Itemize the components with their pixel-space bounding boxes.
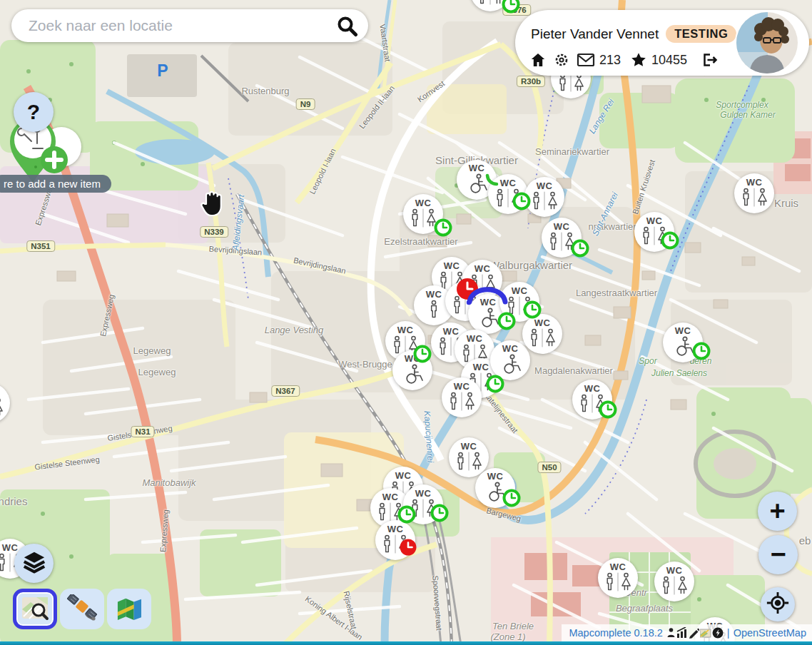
toilet-pictogram-icon (546, 232, 577, 254)
toilet-marker-label: WC (534, 318, 551, 327)
toilet-pictogram-icon (453, 452, 484, 474)
edit-pencil-icon (689, 627, 699, 639)
road-shield: R30b (517, 76, 545, 87)
toilet-marker-mw[interactable]: WC (654, 562, 694, 601)
toilet-marker-label: WC (474, 264, 491, 273)
road-shield: N367 (271, 385, 300, 397)
road-shield: N50 (537, 462, 561, 473)
toilet-marker-label: WC (415, 489, 432, 498)
toilet-marker-label: WC (444, 261, 460, 270)
toilet-pictogram-icon (739, 188, 770, 210)
layers-button[interactable] (14, 544, 54, 583)
toilet-marker-wh[interactable]: WC (490, 340, 530, 380)
background-option-map[interactable] (107, 589, 151, 629)
toilet-marker-mw[interactable]: WC (403, 484, 443, 524)
toilet-marker-label: WC (457, 285, 474, 295)
wheelchair-pictogram-icon (465, 173, 489, 196)
toilet-pictogram-icon (555, 73, 587, 95)
osm-map-icon (21, 595, 49, 624)
toilet-marker-mw[interactable]: WC (634, 212, 674, 252)
wheelchair-pictogram-icon (671, 336, 695, 359)
toilet-marker-mw[interactable]: WC (522, 314, 562, 354)
toilet-marker-wh[interactable]: WC (392, 350, 432, 390)
changesets-count[interactable]: 10455 (651, 53, 687, 68)
toilet-marker-label: WC (610, 562, 626, 572)
logout-icon[interactable] (699, 51, 718, 68)
toilet-marker-label: WC (500, 178, 517, 188)
toilet-marker-label: WC (554, 222, 570, 231)
theme-color-bar (0, 641, 812, 645)
toilet-pictogram-icon (527, 328, 558, 350)
toilet-marker-mw[interactable]: WC (488, 174, 528, 214)
mapcomplete-app: Brugge-Sint-PietersRustenburgSint-Gillis… (0, 0, 812, 645)
toilet-pictogram-icon (428, 300, 440, 322)
toilet-marker-mw[interactable]: WC (442, 377, 482, 417)
zoom-out-label: − (770, 539, 786, 570)
toilet-marker-mw[interactable]: WC (403, 194, 443, 234)
toilet-marker-wh[interactable]: WC (663, 322, 703, 362)
toilet-marker-label: WC (382, 492, 399, 502)
layers-icon (20, 550, 49, 577)
toilet-marker-label: WC (746, 178, 763, 187)
messages-icon[interactable] (577, 52, 595, 68)
toilet-pictogram-icon (0, 397, 6, 420)
toilet-pictogram-icon (474, 0, 506, 8)
toilet-marker-mw[interactable]: WC (542, 218, 582, 258)
background-option-satellite[interactable] (60, 589, 104, 629)
toilet-marker-label: WC (473, 362, 489, 372)
toilet-pictogram-icon (504, 296, 535, 318)
home-icon[interactable] (529, 51, 547, 68)
toilet-pictogram-icon (407, 208, 439, 230)
toilet-marker-label: WC (646, 216, 663, 225)
toilet-marker-label: WC (454, 382, 470, 391)
road-shield: N351 (26, 240, 55, 252)
testing-badge: TESTING (666, 25, 736, 43)
background-option-osm[interactable] (13, 589, 57, 629)
help-button[interactable]: ? (14, 92, 54, 132)
toilet-marker-label: WC (405, 354, 421, 363)
toilet-marker-label: WC (461, 442, 477, 451)
toilet-pictogram-icon (380, 534, 411, 557)
mapcomplete-version-link[interactable]: Mapcomplete 0.18.2 (569, 627, 662, 639)
road-shield: N376 (502, 4, 531, 16)
avatar[interactable] (736, 12, 798, 73)
road-shield: N339 (200, 226, 228, 238)
messages-count[interactable]: 213 (599, 53, 621, 68)
toilet-marker-mw[interactable]: WC (375, 520, 415, 560)
geolocate-button[interactable] (761, 587, 795, 621)
toilet-marker-mw[interactable]: WC (598, 558, 638, 598)
toilet-marker-label: WC (512, 286, 528, 295)
toilet-pictogram-icon (577, 394, 608, 416)
zoom-out-button[interactable]: − (758, 535, 798, 574)
road-shield: N31 (131, 426, 154, 437)
gear-icon[interactable] (553, 51, 570, 68)
toilet-marker-label: WC (443, 327, 460, 336)
toilet-marker-label: WC (467, 334, 483, 343)
license-icon (712, 627, 724, 639)
help-button-label: ? (27, 100, 40, 124)
toilet-marker-label: WC (415, 198, 432, 208)
toilet-marker-mw[interactable]: WC (524, 177, 564, 217)
background-style-bar (13, 589, 151, 629)
wheelchair-pictogram-icon (476, 308, 500, 330)
toilet-pictogram-icon (407, 499, 439, 521)
attribution-icons (666, 627, 724, 639)
user-name: Pieter Vander Vennet (531, 26, 659, 42)
toilet-marker-label: WC (387, 524, 404, 534)
toilet-marker-wh[interactable]: WC (475, 468, 515, 508)
toilet-marker-label: WC (397, 325, 414, 335)
search-icon[interactable] (336, 15, 358, 37)
toilet-marker-mw[interactable]: WC (572, 380, 612, 420)
toilet-marker-label: WC (395, 471, 412, 480)
attribution-bar: Mapcomplete 0.18.2 | OpenStreetMap (562, 624, 812, 641)
toilet-marker-label: WC (480, 298, 497, 307)
toilet-marker-label: WC (584, 384, 601, 393)
attribution-separator: | (727, 627, 730, 639)
add-item-tooltip: re to add a new item (0, 175, 111, 193)
search-input[interactable] (27, 16, 336, 35)
zoom-in-button[interactable]: + (758, 492, 797, 531)
toilet-marker-mw[interactable]: WC (734, 173, 774, 213)
star-icon[interactable] (630, 51, 647, 68)
statistics-icon (676, 627, 688, 639)
openstreetmap-link[interactable]: OpenStreetMap (734, 627, 806, 639)
